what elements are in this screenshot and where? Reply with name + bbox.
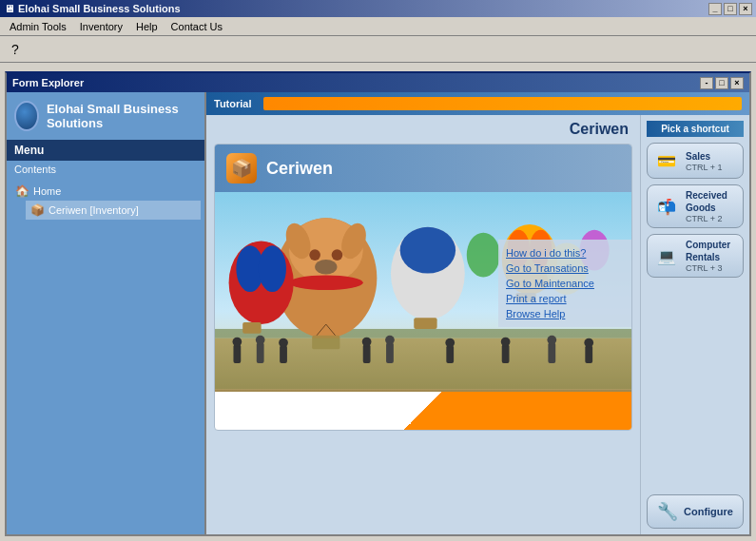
tree-item-home[interactable]: 🏠 Home bbox=[10, 182, 201, 201]
fe-right: Tutorial Ceriwen 📦 Ceriwen bbox=[206, 92, 749, 534]
link-transactions[interactable]: Go to Transations bbox=[506, 262, 624, 274]
svg-rect-42 bbox=[502, 344, 510, 362]
svg-rect-36 bbox=[363, 344, 371, 362]
svg-point-35 bbox=[279, 338, 288, 348]
svg-point-27 bbox=[467, 233, 500, 278]
center-content: Ceriwen 📦 Ceriwen bbox=[206, 115, 640, 534]
shortcut-computer-rentals-button[interactable]: 💻 ComputerRentals CTRL + 3 bbox=[647, 234, 744, 278]
svg-rect-46 bbox=[585, 345, 592, 362]
computer-rentals-icon: 💻 bbox=[653, 242, 680, 269]
close-button[interactable]: × bbox=[739, 3, 752, 15]
svg-point-33 bbox=[256, 336, 265, 345]
configure-icon: 🔧 bbox=[657, 501, 678, 522]
tree-area: 🏠 Home 📦 Ceriwen [Inventory] bbox=[7, 178, 204, 534]
menu-help[interactable]: Help bbox=[130, 19, 164, 34]
svg-point-37 bbox=[362, 338, 372, 347]
link-print-report[interactable]: Print a report bbox=[506, 293, 624, 304]
tutorial-progress-bar bbox=[263, 97, 742, 110]
svg-rect-30 bbox=[233, 344, 241, 362]
card-footer bbox=[215, 392, 631, 430]
svg-point-47 bbox=[584, 338, 593, 348]
tree-children: 📦 Ceriwen [Inventory] bbox=[10, 201, 201, 220]
svg-rect-34 bbox=[280, 345, 287, 362]
shortcut-sales-button[interactable]: 💳 Sales CTRL + 1 bbox=[647, 143, 744, 179]
home-icon: 🏠 bbox=[14, 184, 29, 199]
card-header-title: Ceriwen bbox=[266, 159, 333, 179]
toolbar: ? bbox=[0, 36, 756, 63]
help-toolbar-button[interactable]: ? bbox=[4, 39, 27, 60]
svg-rect-17 bbox=[242, 322, 261, 334]
company-name: Ceriwen bbox=[570, 121, 629, 137]
svg-rect-38 bbox=[386, 343, 394, 363]
shortcut-rentals-text: ComputerRentals CTRL + 3 bbox=[686, 239, 730, 273]
svg-rect-29 bbox=[215, 338, 631, 390]
app-icon: 🖥 bbox=[4, 3, 14, 14]
main-card: 📦 Ceriwen bbox=[214, 144, 632, 431]
link-how-to[interactable]: How do i do this? bbox=[506, 247, 624, 259]
title-bar-left: 🖥 Elohai Small Business Solutions bbox=[4, 3, 181, 14]
balloon-image-area: ALASKA bbox=[215, 192, 631, 392]
fe-minimize-button[interactable]: - bbox=[700, 77, 713, 89]
received-goods-icon: 📬 bbox=[653, 193, 680, 220]
configure-button[interactable]: 🔧 Configure bbox=[647, 494, 744, 529]
links-panel: How do i do this? Go to Transations Go t… bbox=[498, 240, 631, 327]
tutorial-bar: Tutorial bbox=[206, 92, 749, 115]
menu-inventory[interactable]: Inventory bbox=[74, 19, 128, 34]
tree-item-ceriwen[interactable]: 📦 Ceriwen [Inventory] bbox=[26, 201, 201, 220]
content-area: Ceriwen 📦 Ceriwen bbox=[206, 115, 749, 534]
svg-rect-44 bbox=[548, 343, 555, 363]
tree-ceriwen-label: Ceriwen [Inventory] bbox=[48, 204, 139, 216]
svg-rect-2 bbox=[215, 329, 631, 338]
menu-contact-us[interactable]: Contact Us bbox=[165, 19, 228, 34]
svg-point-7 bbox=[309, 249, 320, 261]
form-explorer-titlebar: Form Explorer - □ × bbox=[7, 73, 749, 92]
fe-close-button[interactable]: × bbox=[730, 77, 744, 89]
svg-point-45 bbox=[547, 336, 556, 345]
configure-label: Configure bbox=[684, 506, 733, 517]
left-panel: Elohai Small Business Solutions Menu Con… bbox=[7, 92, 206, 534]
form-explorer-window: Form Explorer - □ × Elohai Small Busines… bbox=[5, 71, 751, 536]
card-header: 📦 Ceriwen bbox=[215, 145, 631, 192]
svg-point-39 bbox=[385, 336, 395, 345]
fe-inner: Elohai Small Business Solutions Menu Con… bbox=[7, 92, 749, 534]
svg-point-31 bbox=[232, 338, 242, 347]
link-maintenance[interactable]: Go to Maintenance bbox=[506, 278, 624, 289]
svg-point-16 bbox=[259, 245, 286, 292]
svg-point-41 bbox=[445, 338, 455, 348]
sales-icon: 💳 bbox=[653, 147, 680, 174]
svg-point-43 bbox=[501, 338, 511, 347]
fe-maximize-button[interactable]: □ bbox=[715, 77, 728, 89]
logo-title: Elohai Small Business Solutions bbox=[47, 102, 197, 130]
company-name-header: Ceriwen bbox=[206, 115, 640, 144]
menu-admin-tools[interactable]: Admin Tools bbox=[4, 19, 72, 34]
link-browse-help[interactable]: Browse Help bbox=[506, 308, 624, 319]
svg-point-8 bbox=[332, 249, 343, 261]
form-explorer-title: Form Explorer bbox=[12, 77, 84, 88]
app-title: Elohai Small Business Solutions bbox=[18, 3, 181, 14]
tutorial-label: Tutorial bbox=[214, 98, 252, 109]
fe-controls: - □ × bbox=[700, 77, 744, 89]
shortcut-received-goods-button[interactable]: 📬 ReceivedGoods CTRL + 2 bbox=[647, 184, 744, 228]
svg-rect-21 bbox=[414, 318, 436, 329]
menu-section-label: Menu bbox=[7, 140, 204, 161]
maximize-button[interactable]: □ bbox=[724, 3, 737, 15]
inventory-icon: 📦 bbox=[29, 203, 45, 218]
svg-rect-40 bbox=[446, 345, 454, 362]
tree-home-label: Home bbox=[33, 185, 61, 197]
shortcut-received-text: ReceivedGoods CTRL + 2 bbox=[686, 189, 727, 223]
menu-bar: Admin Tools Inventory Help Contact Us bbox=[0, 17, 756, 36]
contents-label: Contents bbox=[7, 161, 204, 178]
shortcut-panel: Pick a shortcut 💳 Sales CTRL + 1 📬 Recei… bbox=[640, 115, 749, 534]
logo-bar: Elohai Small Business Solutions bbox=[7, 92, 204, 140]
svg-point-10 bbox=[289, 275, 363, 290]
shortcut-panel-header: Pick a shortcut bbox=[647, 121, 744, 137]
title-bar-controls: _ □ × bbox=[708, 3, 752, 15]
svg-rect-32 bbox=[257, 343, 264, 363]
svg-point-9 bbox=[315, 260, 337, 275]
card-header-icon: 📦 bbox=[226, 153, 257, 184]
main-title-bar: 🖥 Elohai Small Business Solutions _ □ × bbox=[0, 0, 756, 17]
svg-point-20 bbox=[400, 227, 456, 274]
minimize-button[interactable]: _ bbox=[708, 3, 722, 15]
logo-icon bbox=[14, 101, 39, 131]
shortcut-sales-text: Sales CTRL + 1 bbox=[686, 150, 722, 172]
